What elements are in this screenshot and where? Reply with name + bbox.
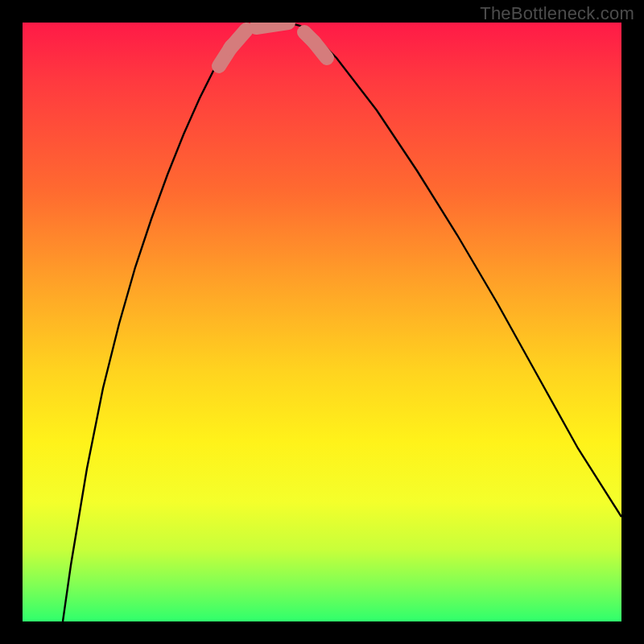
marker-segment [314, 42, 327, 58]
marker-segment [256, 23, 288, 27]
chart-frame: TheBottleneck.com [0, 0, 644, 644]
curve-markers [219, 23, 327, 66]
plot-area [23, 23, 621, 621]
marker-segment [230, 30, 246, 48]
watermark-text: TheBottleneck.com [480, 3, 634, 24]
bottleneck-curve [63, 23, 621, 621]
curve-svg [23, 23, 621, 621]
